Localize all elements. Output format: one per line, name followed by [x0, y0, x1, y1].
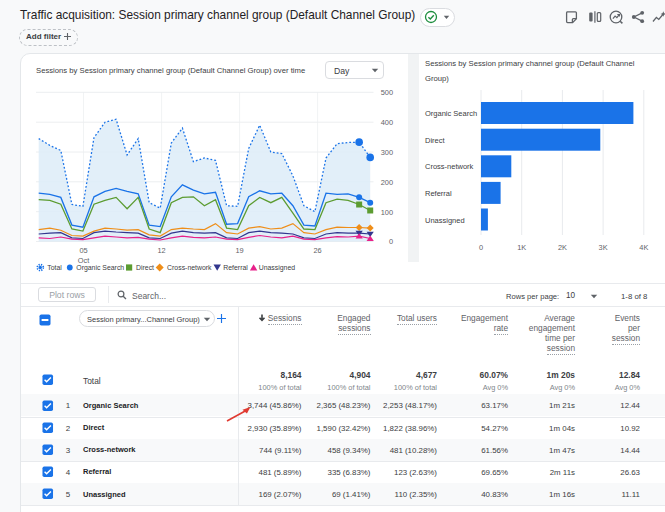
- svg-text:400: 400: [381, 118, 393, 127]
- svg-text:19: 19: [235, 246, 243, 255]
- svg-text:05: 05: [79, 246, 87, 255]
- svg-text:26: 26: [313, 246, 321, 255]
- svg-text:Referral: Referral: [223, 264, 248, 271]
- svg-text:Organic Search: Organic Search: [425, 109, 477, 118]
- svg-text:4K: 4K: [639, 243, 648, 252]
- svg-text:2K: 2K: [558, 243, 567, 252]
- svg-text:Direct: Direct: [425, 136, 446, 145]
- svg-text:12: 12: [157, 246, 165, 255]
- svg-text:Cross-network: Cross-network: [167, 264, 212, 271]
- svg-text:200: 200: [381, 178, 393, 187]
- svg-text:1K: 1K: [517, 243, 526, 252]
- svg-text:Unassigned: Unassigned: [259, 264, 296, 272]
- svg-text:Unassigned: Unassigned: [425, 216, 465, 225]
- svg-text:Direct: Direct: [136, 264, 154, 271]
- svg-text:Referral: Referral: [425, 189, 452, 198]
- svg-text:500: 500: [381, 88, 393, 97]
- svg-text:Total: Total: [47, 264, 62, 271]
- svg-text:0: 0: [479, 243, 483, 252]
- svg-text:Cross-network: Cross-network: [425, 162, 474, 171]
- svg-text:0: 0: [389, 237, 393, 246]
- svg-text:Organic Search: Organic Search: [76, 264, 124, 272]
- svg-text:3K: 3K: [599, 243, 608, 252]
- svg-text:100: 100: [381, 208, 393, 217]
- svg-text:300: 300: [381, 148, 393, 157]
